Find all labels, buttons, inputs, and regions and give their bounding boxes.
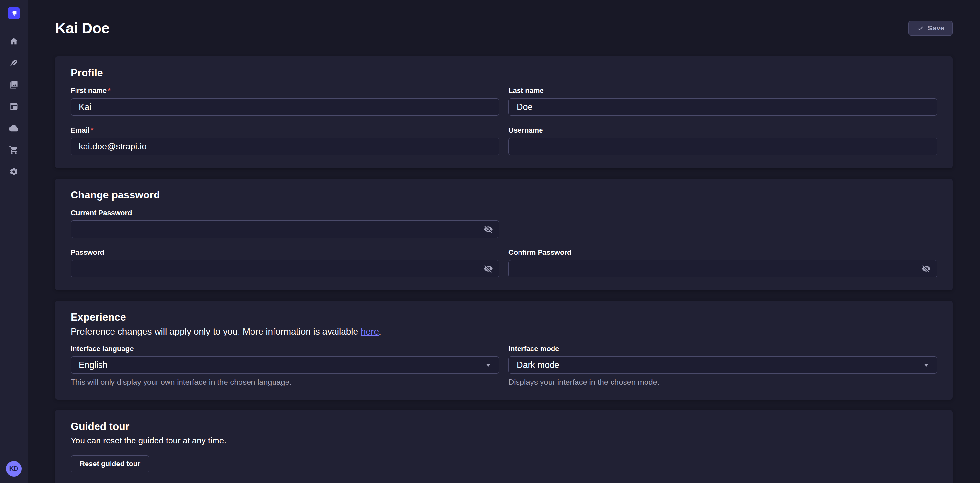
interface-language-hint: This will only display your own interfac… bbox=[71, 378, 500, 387]
sidebar-item-content-type-builder[interactable] bbox=[9, 102, 19, 111]
user-avatar[interactable]: KD bbox=[6, 461, 22, 477]
cloud-icon bbox=[9, 123, 19, 133]
sidebar: KD bbox=[0, 0, 28, 483]
interface-mode-value: Dark mode bbox=[517, 360, 559, 370]
current-password-label: Current Password bbox=[71, 209, 500, 217]
field-last-name: Last name bbox=[509, 86, 937, 116]
check-icon bbox=[917, 25, 924, 32]
field-first-name: First name* bbox=[71, 86, 500, 116]
interface-language-select[interactable]: English bbox=[71, 356, 500, 374]
eye-off-icon bbox=[922, 264, 931, 273]
chevron-down-icon bbox=[921, 360, 931, 370]
sidebar-item-home[interactable] bbox=[9, 36, 19, 46]
toggle-current-password-visibility-button[interactable] bbox=[482, 223, 494, 235]
workspace-logo-area bbox=[0, 0, 27, 27]
profile-card: Profile First name* Last name Email* Use… bbox=[55, 56, 953, 168]
field-confirm-password: Confirm Password bbox=[509, 248, 937, 277]
profile-grid: First name* Last name Email* Username bbox=[71, 86, 937, 155]
gear-icon bbox=[9, 167, 19, 176]
experience-heading: Experience bbox=[71, 311, 937, 323]
cart-icon bbox=[9, 145, 19, 155]
save-button[interactable]: Save bbox=[908, 21, 953, 36]
page-header: Kai Doe Save bbox=[55, 0, 953, 56]
sidebar-bottom: KD bbox=[0, 455, 27, 483]
password-input[interactable] bbox=[71, 260, 500, 277]
required-asterisk: * bbox=[108, 86, 110, 95]
field-current-password: Current Password bbox=[71, 209, 500, 238]
field-interface-mode: Interface mode Dark mode Displays your i… bbox=[509, 344, 937, 387]
change-password-grid: Current Password Password bbox=[71, 209, 937, 277]
sidebar-item-media-library[interactable] bbox=[9, 80, 19, 89]
guided-tour-description: You can reset the guided tour at any tim… bbox=[71, 436, 937, 446]
change-password-heading: Change password bbox=[71, 189, 937, 201]
interface-language-label: Interface language bbox=[71, 344, 500, 353]
layout-icon bbox=[9, 102, 19, 111]
sidebar-item-content[interactable] bbox=[9, 58, 19, 68]
first-name-input[interactable] bbox=[71, 98, 500, 116]
interface-mode-label: Interface mode bbox=[509, 344, 937, 353]
experience-description: Preference changes will apply only to yo… bbox=[71, 327, 937, 337]
eye-off-icon bbox=[484, 264, 493, 273]
guided-tour-heading: Guided tour bbox=[71, 421, 937, 432]
confirm-password-label: Confirm Password bbox=[509, 248, 937, 257]
username-label: Username bbox=[509, 126, 937, 134]
more-information-link[interactable]: here bbox=[361, 327, 379, 336]
app-root: KD Kai Doe Save Profile First name* bbox=[0, 0, 980, 483]
sidebar-item-deploy[interactable] bbox=[9, 123, 19, 133]
email-input[interactable] bbox=[71, 138, 500, 155]
page-title: Kai Doe bbox=[55, 19, 110, 37]
username-input[interactable] bbox=[509, 138, 937, 155]
sidebar-item-settings[interactable] bbox=[9, 167, 19, 176]
last-name-input[interactable] bbox=[509, 98, 937, 116]
strapi-logo[interactable] bbox=[8, 7, 20, 19]
chevron-down-icon bbox=[484, 360, 493, 370]
guided-tour-card: Guided tour You can reset the guided tou… bbox=[55, 410, 953, 483]
field-username: Username bbox=[509, 126, 937, 155]
experience-card: Experience Preference changes will apply… bbox=[55, 301, 953, 400]
field-email: Email* bbox=[71, 126, 500, 155]
feather-icon bbox=[9, 58, 19, 68]
field-new-password: Password bbox=[71, 248, 500, 277]
reset-guided-tour-button[interactable]: Reset guided tour bbox=[71, 456, 150, 472]
save-button-label: Save bbox=[928, 24, 944, 32]
eye-off-icon bbox=[484, 225, 493, 234]
toggle-password-visibility-button[interactable] bbox=[482, 263, 494, 274]
email-label: Email* bbox=[71, 126, 500, 134]
interface-mode-select[interactable]: Dark mode bbox=[509, 356, 937, 374]
images-icon bbox=[9, 80, 19, 89]
required-asterisk: * bbox=[91, 126, 94, 134]
experience-grid: Interface language English This will onl… bbox=[71, 344, 937, 387]
current-password-input[interactable] bbox=[71, 220, 500, 238]
profile-heading: Profile bbox=[71, 67, 937, 79]
sidebar-divider bbox=[0, 455, 27, 455]
confirm-password-input[interactable] bbox=[509, 260, 937, 277]
interface-mode-hint: Displays your interface in the chosen mo… bbox=[509, 378, 937, 387]
first-name-label: First name* bbox=[71, 86, 500, 95]
toggle-confirm-password-visibility-button[interactable] bbox=[920, 263, 932, 274]
field-interface-language: Interface language English This will onl… bbox=[71, 344, 500, 387]
password-label: Password bbox=[71, 248, 500, 257]
last-name-label: Last name bbox=[509, 86, 937, 95]
sidebar-nav bbox=[9, 36, 19, 176]
sidebar-item-marketplace[interactable] bbox=[9, 145, 19, 155]
strapi-logo-icon bbox=[9, 8, 19, 18]
change-password-card: Change password Current Password Passw bbox=[55, 179, 953, 290]
main-content: Kai Doe Save Profile First name* Last na… bbox=[28, 0, 980, 483]
interface-language-value: English bbox=[79, 360, 108, 370]
home-icon bbox=[9, 37, 19, 46]
